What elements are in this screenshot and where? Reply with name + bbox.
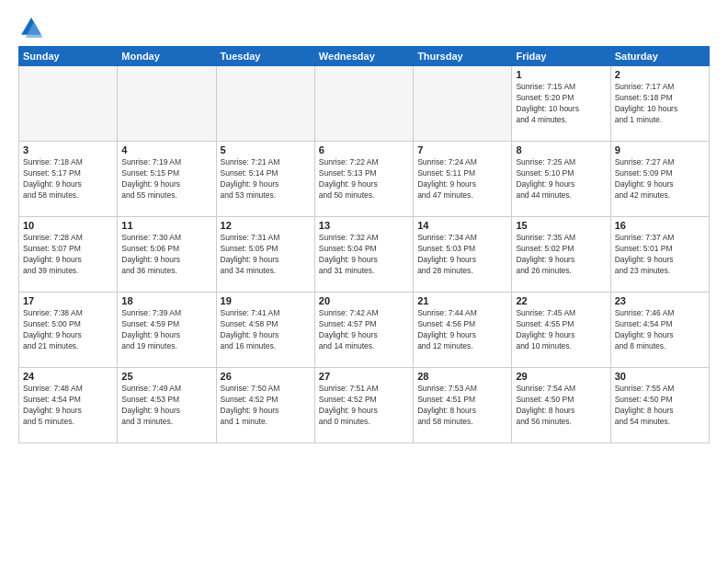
calendar-cell: 9Sunrise: 7:27 AM Sunset: 5:09 PM Daylig… [610, 142, 709, 217]
day-number: 18 [121, 295, 211, 306]
day-number: 12 [221, 220, 311, 231]
day-number: 25 [121, 371, 211, 382]
calendar-cell: 7Sunrise: 7:24 AM Sunset: 5:11 PM Daylig… [414, 142, 512, 217]
day-info: Sunrise: 7:54 AM Sunset: 4:50 PM Dayligh… [516, 384, 606, 428]
weekday-header: Wednesday [314, 47, 413, 66]
calendar-cell: 11Sunrise: 7:30 AM Sunset: 5:06 PM Dayli… [118, 217, 216, 293]
day-number: 1 [516, 69, 606, 80]
day-number: 9 [615, 144, 705, 155]
day-number: 27 [319, 371, 409, 382]
day-info: Sunrise: 7:18 AM Sunset: 5:17 PM Dayligh… [23, 157, 113, 201]
calendar-week-row: 17Sunrise: 7:38 AM Sunset: 5:00 PM Dayli… [19, 293, 710, 368]
day-info: Sunrise: 7:50 AM Sunset: 4:52 PM Dayligh… [221, 384, 311, 428]
day-info: Sunrise: 7:31 AM Sunset: 5:05 PM Dayligh… [221, 233, 311, 277]
day-number: 13 [319, 220, 409, 231]
calendar-cell: 5Sunrise: 7:21 AM Sunset: 5:14 PM Daylig… [216, 142, 314, 217]
calendar-week-row: 3Sunrise: 7:18 AM Sunset: 5:17 PM Daylig… [19, 142, 710, 217]
day-number: 14 [417, 220, 507, 231]
calendar-cell: 2Sunrise: 7:17 AM Sunset: 5:18 PM Daylig… [610, 66, 709, 142]
day-number: 8 [516, 144, 606, 155]
calendar-cell: 19Sunrise: 7:41 AM Sunset: 4:58 PM Dayli… [216, 293, 314, 368]
day-info: Sunrise: 7:21 AM Sunset: 5:14 PM Dayligh… [221, 157, 311, 201]
day-number: 28 [417, 371, 507, 382]
calendar-cell: 26Sunrise: 7:50 AM Sunset: 4:52 PM Dayli… [216, 368, 314, 443]
day-info: Sunrise: 7:17 AM Sunset: 5:18 PM Dayligh… [615, 82, 705, 126]
calendar-cell: 28Sunrise: 7:53 AM Sunset: 4:51 PM Dayli… [414, 368, 512, 443]
day-number: 22 [516, 295, 606, 306]
day-number: 29 [516, 371, 606, 382]
day-info: Sunrise: 7:27 AM Sunset: 5:09 PM Dayligh… [615, 157, 705, 201]
weekday-header: Friday [512, 47, 610, 66]
day-info: Sunrise: 7:24 AM Sunset: 5:11 PM Dayligh… [417, 157, 507, 201]
calendar-cell: 12Sunrise: 7:31 AM Sunset: 5:05 PM Dayli… [216, 217, 314, 293]
weekday-header: Tuesday [216, 47, 314, 66]
calendar-cell: 13Sunrise: 7:32 AM Sunset: 5:04 PM Dayli… [314, 217, 413, 293]
calendar-cell: 25Sunrise: 7:49 AM Sunset: 4:53 PM Dayli… [118, 368, 216, 443]
day-info: Sunrise: 7:38 AM Sunset: 5:00 PM Dayligh… [23, 308, 113, 352]
calendar-cell: 30Sunrise: 7:55 AM Sunset: 4:50 PM Dayli… [610, 368, 709, 443]
calendar-cell [19, 66, 118, 142]
calendar-cell: 21Sunrise: 7:44 AM Sunset: 4:56 PM Dayli… [414, 293, 512, 368]
calendar-cell [314, 66, 413, 142]
calendar-cell: 16Sunrise: 7:37 AM Sunset: 5:01 PM Dayli… [610, 217, 709, 293]
day-info: Sunrise: 7:39 AM Sunset: 4:59 PM Dayligh… [121, 308, 211, 352]
day-info: Sunrise: 7:42 AM Sunset: 4:57 PM Dayligh… [319, 308, 409, 352]
day-info: Sunrise: 7:53 AM Sunset: 4:51 PM Dayligh… [417, 384, 507, 428]
header [18, 15, 710, 40]
weekday-header: Saturday [610, 47, 709, 66]
day-info: Sunrise: 7:22 AM Sunset: 5:13 PM Dayligh… [319, 157, 409, 201]
day-info: Sunrise: 7:45 AM Sunset: 4:55 PM Dayligh… [516, 308, 606, 352]
day-info: Sunrise: 7:35 AM Sunset: 5:02 PM Dayligh… [516, 233, 606, 277]
calendar-cell: 17Sunrise: 7:38 AM Sunset: 5:00 PM Dayli… [19, 293, 118, 368]
day-number: 24 [23, 371, 113, 382]
calendar-cell: 8Sunrise: 7:25 AM Sunset: 5:10 PM Daylig… [512, 142, 610, 217]
calendar-cell: 10Sunrise: 7:28 AM Sunset: 5:07 PM Dayli… [19, 217, 118, 293]
day-info: Sunrise: 7:55 AM Sunset: 4:50 PM Dayligh… [615, 384, 705, 428]
day-info: Sunrise: 7:51 AM Sunset: 4:52 PM Dayligh… [319, 384, 409, 428]
day-number: 2 [615, 69, 705, 80]
day-info: Sunrise: 7:32 AM Sunset: 5:04 PM Dayligh… [319, 233, 409, 277]
logo [18, 15, 48, 40]
day-info: Sunrise: 7:19 AM Sunset: 5:15 PM Dayligh… [121, 157, 211, 201]
weekday-header: Monday [118, 47, 216, 66]
day-number: 11 [121, 220, 211, 231]
calendar-cell: 24Sunrise: 7:48 AM Sunset: 4:54 PM Dayli… [19, 368, 118, 443]
day-info: Sunrise: 7:28 AM Sunset: 5:07 PM Dayligh… [23, 233, 113, 277]
calendar-cell: 4Sunrise: 7:19 AM Sunset: 5:15 PM Daylig… [118, 142, 216, 217]
day-info: Sunrise: 7:44 AM Sunset: 4:56 PM Dayligh… [417, 308, 507, 352]
day-number: 26 [221, 371, 311, 382]
day-info: Sunrise: 7:41 AM Sunset: 4:58 PM Dayligh… [221, 308, 311, 352]
calendar-cell: 29Sunrise: 7:54 AM Sunset: 4:50 PM Dayli… [512, 368, 610, 443]
day-number: 10 [23, 220, 113, 231]
calendar-cell: 22Sunrise: 7:45 AM Sunset: 4:55 PM Dayli… [512, 293, 610, 368]
day-number: 3 [23, 144, 113, 155]
calendar-cell: 15Sunrise: 7:35 AM Sunset: 5:02 PM Dayli… [512, 217, 610, 293]
day-info: Sunrise: 7:37 AM Sunset: 5:01 PM Dayligh… [615, 233, 705, 277]
calendar-header-row: SundayMondayTuesdayWednesdayThursdayFrid… [19, 47, 710, 66]
calendar-cell: 1Sunrise: 7:15 AM Sunset: 5:20 PM Daylig… [512, 66, 610, 142]
calendar-week-row: 10Sunrise: 7:28 AM Sunset: 5:07 PM Dayli… [19, 217, 710, 293]
calendar-cell: 27Sunrise: 7:51 AM Sunset: 4:52 PM Dayli… [314, 368, 413, 443]
calendar-cell: 18Sunrise: 7:39 AM Sunset: 4:59 PM Dayli… [118, 293, 216, 368]
day-number: 6 [319, 144, 409, 155]
day-number: 21 [417, 295, 507, 306]
day-number: 23 [615, 295, 705, 306]
day-info: Sunrise: 7:34 AM Sunset: 5:03 PM Dayligh… [417, 233, 507, 277]
calendar-cell [118, 66, 216, 142]
calendar-week-row: 24Sunrise: 7:48 AM Sunset: 4:54 PM Dayli… [19, 368, 710, 443]
calendar: SundayMondayTuesdayWednesdayThursdayFrid… [18, 46, 710, 443]
day-number: 20 [319, 295, 409, 306]
calendar-cell: 3Sunrise: 7:18 AM Sunset: 5:17 PM Daylig… [19, 142, 118, 217]
day-number: 4 [121, 144, 211, 155]
calendar-cell: 20Sunrise: 7:42 AM Sunset: 4:57 PM Dayli… [314, 293, 413, 368]
calendar-cell: 6Sunrise: 7:22 AM Sunset: 5:13 PM Daylig… [314, 142, 413, 217]
weekday-header: Thursday [414, 47, 512, 66]
day-info: Sunrise: 7:15 AM Sunset: 5:20 PM Dayligh… [516, 82, 606, 126]
day-number: 5 [221, 144, 311, 155]
calendar-cell: 23Sunrise: 7:46 AM Sunset: 4:54 PM Dayli… [610, 293, 709, 368]
day-number: 16 [615, 220, 705, 231]
day-number: 17 [23, 295, 113, 306]
page: SundayMondayTuesdayWednesdayThursdayFrid… [0, 0, 728, 563]
calendar-cell [216, 66, 314, 142]
calendar-cell: 14Sunrise: 7:34 AM Sunset: 5:03 PM Dayli… [414, 217, 512, 293]
